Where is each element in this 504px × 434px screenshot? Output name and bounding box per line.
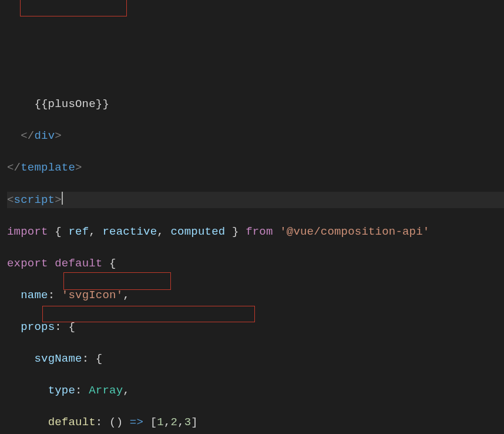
code-line: default: () => [1,2,3] (7, 415, 504, 430)
code-line: </div> (7, 128, 504, 144)
code-line: props: { (7, 319, 504, 335)
code-line: import { ref, reactive, computed } from … (7, 224, 504, 240)
code-editor[interactable]: {{plusOne}} </div> </template> <script> … (0, 0, 504, 434)
text-cursor (62, 192, 63, 205)
code-line: svgName: { (7, 351, 504, 367)
code-line-active: <script> (7, 192, 504, 208)
highlight-box-plusone (20, 0, 127, 16)
code-line: type: Array, (7, 383, 504, 399)
code-line: </template> (7, 160, 504, 176)
code-line: export default { (7, 256, 504, 272)
code-line: name: 'svgIcon', (7, 288, 504, 303)
code-line: {{plusOne}} (7, 96, 504, 112)
